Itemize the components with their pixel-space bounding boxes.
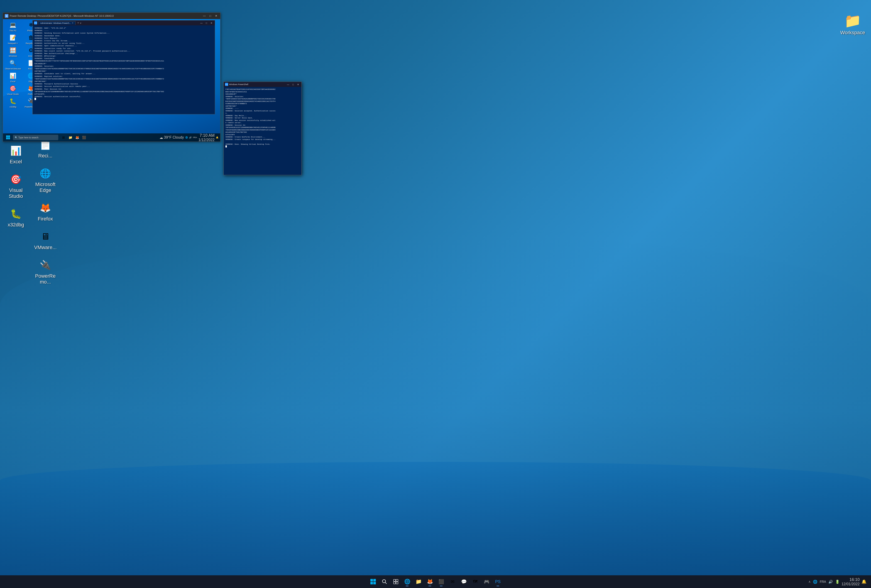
- svg-rect-0: [6, 135, 8, 137]
- rdp-notification-icon[interactable]: 🔔: [216, 136, 218, 139]
- ps-line-8: VERBOSE: Open communication channels...: [34, 45, 213, 47]
- ps-titlebar: PS Administrator: Windows PowerS... ✕ + …: [33, 20, 215, 25]
- rdp-desktop: 💻 This PC 📝 Notepad++ 🪟 Windows 🔍 Observ…: [3, 19, 220, 142]
- workspace-folder[interactable]: 📁 Workspace: [839, 11, 867, 37]
- tray-battery[interactable]: 🔋: [835, 580, 840, 584]
- ps2-line-11: s.: [226, 112, 299, 115]
- svg-rect-7: [373, 582, 376, 584]
- desktop-icon-excel[interactable]: 📊 Excel: [2, 142, 30, 166]
- rdp-win-logo[interactable]: [5, 134, 12, 141]
- ps-add-tab[interactable]: +: [77, 21, 79, 24]
- rdp-icon-x32dbg[interactable]: 🐛 x32dbg: [4, 96, 22, 109]
- win11-ps-btn[interactable]: PS: [493, 577, 503, 587]
- ps2-line-12: VERBOSE: Say Hello...: [226, 115, 299, 117]
- win11-date: 12/01/2022: [841, 582, 860, 586]
- win11-mail-btn[interactable]: ✉: [447, 577, 458, 587]
- rdp-icon-observeview[interactable]: 🔍 ObserveView.exe: [4, 58, 22, 71]
- win11-xbox-btn[interactable]: 🎮: [482, 577, 491, 587]
- ps2-line-2: B6074F6DCF3C939421411: [226, 91, 299, 93]
- win11-firefox-btn[interactable]: 🦊: [425, 577, 435, 587]
- rdp-icon-vs[interactable]: 🎯 Visual Studio: [4, 84, 22, 96]
- ps-window: PS Administrator: Windows PowerS... ✕ + …: [33, 20, 215, 114]
- ps-line-1: VERBOSE: Addr: "172.31.112.1": [34, 27, 213, 29]
- ps-line-15: 58CA4EB13F": [34, 62, 213, 65]
- svg-rect-13: [396, 582, 398, 584]
- vmware-label: VMware...: [34, 245, 57, 250]
- ps2-close-btn[interactable]: ✕: [296, 82, 300, 87]
- win11-start-btn[interactable]: [368, 577, 378, 587]
- win11-files-btn[interactable]: 📁: [413, 577, 424, 587]
- ps-line-20: VERBOSE: Replied solution:: [34, 75, 213, 78]
- ps-line-11: VERBOSE: New authentication challenge...: [34, 52, 213, 55]
- desktop-icon-firefox[interactable]: 🦊 Firefox: [32, 199, 59, 223]
- rdp-close-btn[interactable]: ✕: [214, 13, 218, 18]
- ps2-line-7: 018B5838233F3780BBA72: [226, 103, 299, 105]
- rdp-taskbar-right: ☁ 39°F Cloudy 🌐 🔊 FRA 7:10 AM 1/12/2022 …: [159, 133, 218, 142]
- win11-teams-btn[interactable]: 💬: [459, 577, 469, 587]
- ps-line-6: VERBOSE: Create new SSL Stream...: [34, 39, 213, 42]
- ps2-line-23: [226, 141, 299, 143]
- rdp-minimize-btn[interactable]: —: [202, 13, 207, 18]
- rdp-icon-excel[interactable]: 📊 Excel: [4, 71, 22, 84]
- ps-line-4: VERBOSE: Handshake done.: [34, 34, 213, 37]
- vs-label: Visual Studio: [4, 187, 28, 199]
- win11-taskbar-center: 🌐 📁 🦊 ⬛ ✉ 💬 🗺 🎮 PS: [368, 577, 503, 587]
- ps2-line-4: VERBOSE: Solution:: [226, 96, 299, 98]
- desktop-icon-x32dbg[interactable]: 🐛 x32dbg: [2, 205, 30, 229]
- ps-line-21: "0D6F19308372A4782A5A18B9B6FD02758C33C2C…: [34, 78, 213, 80]
- win11-notification[interactable]: 🔔: [862, 579, 867, 584]
- rdp-icon-thispc[interactable]: 💻 This PC: [4, 20, 22, 33]
- reci-label: Reci...: [38, 153, 52, 159]
- powerremo-icon: 🔌: [38, 258, 52, 272]
- firefox-icon: 🦊: [38, 200, 52, 215]
- win11-edge-btn[interactable]: 🌐: [402, 577, 412, 587]
- desktop-icon-powerremo[interactable]: 🔌 PowerRemo...: [32, 256, 59, 286]
- ps-line-13: VERBOSE: Candidate:: [34, 57, 213, 60]
- tray-network[interactable]: 🌐: [813, 580, 817, 584]
- desktop-icon-vmware[interactable]: 🖥 VMware...: [32, 228, 59, 252]
- ps-content: VERBOSE: Addr: "172.31.112.1" VERBOSE: -…: [33, 25, 215, 114]
- excel-label: Excel: [10, 159, 22, 165]
- svg-rect-2: [6, 138, 8, 139]
- ps-line-19: VERBOSE: Candidate sent to client, waiti…: [34, 72, 213, 75]
- ps2-maximize-btn[interactable]: □: [291, 82, 295, 87]
- rdp-taskbar-icons: ⊞ 📁 🦊 ⬛: [61, 135, 87, 141]
- svg-rect-1: [8, 135, 10, 137]
- ps2-minimize-btn[interactable]: —: [286, 82, 290, 87]
- rdp-icon-windows[interactable]: 🪟 Windows: [4, 45, 22, 58]
- ps-tab-close[interactable]: ✕: [72, 22, 73, 24]
- svg-rect-6: [370, 582, 373, 584]
- rdp-title-text: Power Remote Desktop: Phrozen/DESKTOP-KJ…: [10, 15, 201, 17]
- ps2-line-13: VERBOSE: Server Hello back.: [226, 117, 299, 119]
- tray-arrow[interactable]: ∧: [808, 580, 811, 584]
- x32dbg-label: x32dbg: [8, 222, 24, 228]
- desktop-icon-msedge[interactable]: 🌐 Microsoft Edge: [32, 165, 59, 195]
- win11-maps-btn[interactable]: 🗺: [470, 577, 480, 587]
- rdp-task-firefox[interactable]: 🦊: [74, 135, 80, 141]
- svg-rect-3: [8, 138, 10, 139]
- ps-tab-label: Administrator: Windows PowerS...: [40, 22, 71, 24]
- rdp-weather: ☁ 39°F Cloudy: [159, 135, 184, 140]
- rdp-sound-icon: 🔊: [189, 136, 192, 139]
- tray-lang[interactable]: FRA: [820, 580, 826, 584]
- rdp-task-terminal[interactable]: ⬛: [81, 135, 87, 141]
- rdp-maximize-btn[interactable]: □: [208, 13, 213, 18]
- ps-drop[interactable]: ∨: [80, 22, 81, 24]
- win11-search-btn[interactable]: [380, 577, 389, 587]
- desktop-icon-vs[interactable]: 🎯 Visual Studio: [2, 171, 30, 200]
- rdp-search-bar[interactable]: 🔍 Type here to search: [13, 135, 58, 140]
- ps-close-btn[interactable]: ✕: [210, 21, 214, 25]
- ps-tab[interactable]: Administrator: Windows PowerS... ✕: [38, 21, 76, 25]
- ps-line-16: VERBOSE: Solution:: [34, 65, 213, 67]
- ps-line-7: VERBOSE: Authenticate as server using Tl…: [34, 42, 213, 45]
- rdp-task-files[interactable]: 📁: [67, 135, 73, 141]
- rdp-icon-notepadpp[interactable]: 📝 Notepad++: [4, 33, 22, 45]
- ps-minimize-btn[interactable]: —: [199, 21, 204, 25]
- win11-clock[interactable]: 16:10 12/01/2022: [841, 578, 860, 586]
- ps-maximize-btn[interactable]: □: [204, 21, 208, 25]
- win11-taskview-btn[interactable]: [391, 577, 401, 587]
- win11-terminal-btn[interactable]: ⬛: [436, 577, 446, 587]
- rdp-clock[interactable]: 7:10 AM 1/12/2022: [199, 133, 215, 142]
- rdp-task-taskview[interactable]: ⊞: [61, 135, 66, 141]
- tray-speaker[interactable]: 🔊: [828, 580, 833, 584]
